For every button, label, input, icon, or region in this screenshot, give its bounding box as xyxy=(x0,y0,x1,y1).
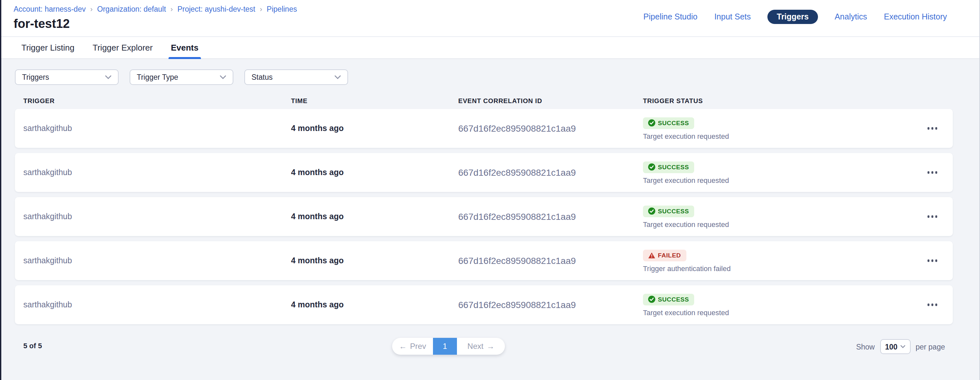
event-correlation-id: 667d16f2ec895908821c1aa9 xyxy=(458,211,643,222)
column-header-event-correlation-id: EVENT CORRELATION ID xyxy=(458,97,643,104)
page-header: Account: harness-dev › Organization: def… xyxy=(1,0,979,36)
page-size-select[interactable]: 100 xyxy=(880,339,910,354)
event-correlation-id: 667d16f2ec895908821c1aa9 xyxy=(458,167,643,178)
trigger-tabs: Trigger Listing Trigger Explorer Events xyxy=(1,36,979,59)
event-time: 4 months ago xyxy=(291,256,458,265)
results-count: 5 of 5 xyxy=(23,342,42,350)
trigger-name: sarthakgithub xyxy=(23,256,291,265)
trigger-type-filter-select[interactable]: Trigger Type xyxy=(130,69,233,85)
trigger-name: sarthakgithub xyxy=(23,168,291,177)
tab-trigger-explorer[interactable]: Trigger Explorer xyxy=(90,37,155,58)
row-more-options-button[interactable] xyxy=(917,171,948,174)
chevron-right-icon: › xyxy=(170,5,173,13)
trigger-status-cell: SUCCESS Target execution requested xyxy=(643,205,917,228)
page-number-button[interactable]: 1 xyxy=(433,338,457,355)
per-page-label: per page xyxy=(915,343,945,351)
event-time: 4 months ago xyxy=(291,300,458,309)
arrow-left-icon: ← xyxy=(399,342,407,351)
table-row: sarthakgithub 4 months ago 667d16f2ec895… xyxy=(15,285,953,324)
show-label: Show xyxy=(856,343,875,351)
page-size-control: Show 100 per page xyxy=(856,339,945,354)
status-badge-label: FAILED xyxy=(658,252,681,259)
status-detail: Target execution requested xyxy=(643,220,729,228)
table-row: sarthakgithub 4 months ago 667d16f2ec895… xyxy=(15,197,953,236)
pagination: ← Prev 1 Next → xyxy=(392,338,505,355)
events-content: Triggers Trigger Type Status TRIGGER TI xyxy=(1,59,979,380)
status-badge-label: SUCCESS xyxy=(658,119,689,126)
table-footer: 5 of 5 ← Prev 1 Next → Show 100 xyxy=(15,338,953,359)
status-badge: FAILED xyxy=(643,249,686,261)
column-header-time: TIME xyxy=(291,97,458,104)
tab-events[interactable]: Events xyxy=(168,37,201,58)
chevron-down-icon xyxy=(105,75,111,79)
table-row: sarthakgithub 4 months ago 667d16f2ec895… xyxy=(15,109,953,148)
event-correlation-id: 667d16f2ec895908821c1aa9 xyxy=(458,300,643,310)
tab-trigger-listing[interactable]: Trigger Listing xyxy=(19,37,77,58)
page-size-value: 100 xyxy=(885,343,897,351)
nav-execution-history[interactable]: Execution History xyxy=(884,10,947,24)
chevron-down-icon xyxy=(220,75,226,79)
next-page-button[interactable]: Next → xyxy=(457,338,505,355)
trigger-status-cell: SUCCESS Target execution requested xyxy=(643,117,917,140)
more-options-icon xyxy=(928,128,937,130)
status-detail: Target execution requested xyxy=(643,176,729,184)
more-options-icon xyxy=(928,304,937,306)
more-options-icon xyxy=(928,260,937,262)
column-header-trigger-status: TRIGGER STATUS xyxy=(643,97,917,104)
breadcrumb-pipelines-link[interactable]: Pipelines xyxy=(267,5,297,13)
trigger-name: sarthakgithub xyxy=(23,212,291,221)
check-circle-icon xyxy=(648,296,655,303)
table-row: sarthakgithub 4 months ago 667d16f2ec895… xyxy=(15,153,953,192)
status-badge-label: SUCCESS xyxy=(658,163,689,171)
breadcrumb-project-link[interactable]: Project: ayushi-dev-test xyxy=(177,5,255,13)
trigger-status-cell: SUCCESS Target execution requested xyxy=(643,294,917,316)
status-detail: Trigger authentication failed xyxy=(643,264,731,272)
status-filter-label: Status xyxy=(251,73,272,81)
breadcrumb-account-link[interactable]: Account: harness-dev xyxy=(14,5,86,13)
chevron-right-icon: › xyxy=(90,5,92,13)
trigger-name: sarthakgithub xyxy=(23,300,291,309)
triggers-filter-select[interactable]: Triggers xyxy=(15,69,119,85)
chevron-right-icon: › xyxy=(260,5,262,13)
row-more-options-button[interactable] xyxy=(917,128,948,130)
arrow-right-icon: → xyxy=(487,342,495,351)
nav-triggers[interactable]: Triggers xyxy=(768,10,818,24)
column-header-trigger: TRIGGER xyxy=(23,97,291,104)
chevron-down-icon xyxy=(334,75,341,79)
check-circle-icon xyxy=(648,208,655,215)
chevron-down-icon xyxy=(900,345,905,348)
event-correlation-id: 667d16f2ec895908821c1aa9 xyxy=(458,123,643,134)
row-more-options-button[interactable] xyxy=(917,304,948,306)
table-header-row: TRIGGER TIME EVENT CORRELATION ID TRIGGE… xyxy=(15,97,953,104)
prev-label: Prev xyxy=(410,342,426,351)
filters-row: Triggers Trigger Type Status xyxy=(15,69,953,85)
status-badge: SUCCESS xyxy=(643,161,694,173)
check-circle-icon xyxy=(648,163,655,171)
warning-triangle-icon xyxy=(648,252,655,259)
next-label: Next xyxy=(467,342,483,351)
trigger-name: sarthakgithub xyxy=(23,124,291,133)
status-filter-select[interactable]: Status xyxy=(244,69,348,85)
row-more-options-button[interactable] xyxy=(917,260,948,262)
status-badge-label: SUCCESS xyxy=(658,208,689,215)
nav-input-sets[interactable]: Input Sets xyxy=(714,10,751,24)
event-time: 4 months ago xyxy=(291,212,458,221)
status-badge: SUCCESS xyxy=(643,117,694,129)
status-badge-label: SUCCESS xyxy=(658,296,689,303)
prev-page-button[interactable]: ← Prev xyxy=(392,338,433,355)
status-detail: Target execution requested xyxy=(643,132,729,140)
nav-pipeline-studio[interactable]: Pipeline Studio xyxy=(643,10,697,24)
table-row: sarthakgithub 4 months ago 667d16f2ec895… xyxy=(15,241,953,280)
status-detail: Target execution requested xyxy=(643,308,729,316)
status-badge: SUCCESS xyxy=(643,205,694,217)
check-circle-icon xyxy=(648,119,655,126)
event-time: 4 months ago xyxy=(291,168,458,177)
more-options-icon xyxy=(928,171,937,174)
breadcrumb-organization-link[interactable]: Organization: default xyxy=(97,5,166,13)
trigger-status-cell: SUCCESS Target execution requested xyxy=(643,161,917,184)
nav-analytics[interactable]: Analytics xyxy=(835,10,867,24)
status-badge: SUCCESS xyxy=(643,294,694,305)
event-time: 4 months ago xyxy=(291,124,458,133)
events-list: sarthakgithub 4 months ago 667d16f2ec895… xyxy=(15,109,953,324)
row-more-options-button[interactable] xyxy=(917,216,948,218)
